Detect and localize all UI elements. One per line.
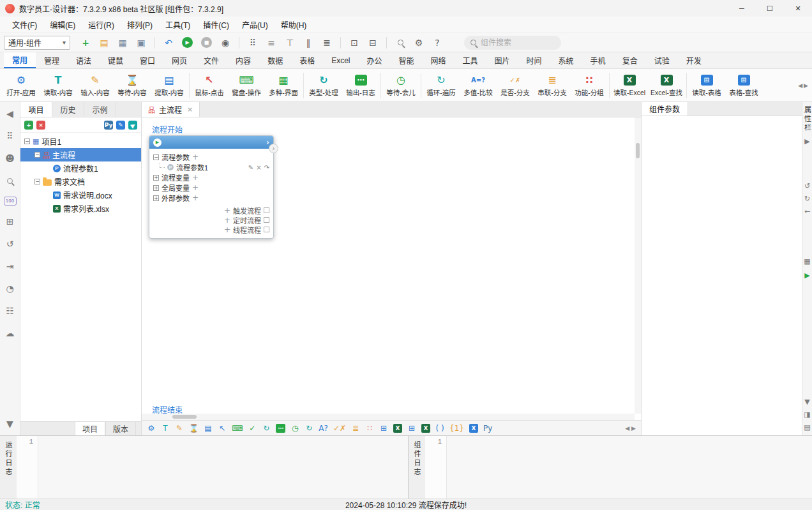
team-icon[interactable]: ☻ [4,152,17,165]
collapse-icon[interactable]: − [34,179,40,184]
ribbon-scroll-arrows[interactable]: ◀▶ [798,82,809,89]
help-button[interactable]: ? [429,35,446,50]
expand-icon[interactable]: + [153,185,159,191]
mini-excel[interactable]: X [469,424,478,433]
mini-wait-moment[interactable]: ◷ [290,423,299,434]
ribbon-tab-9[interactable]: 表格 [291,52,323,68]
more-down-icon[interactable]: ▼ [4,417,17,430]
ribbon-tab-15[interactable]: 图片 [486,52,518,68]
menu-item-4[interactable]: 工具(T) [160,17,196,32]
delete-node-button[interactable]: × [36,121,45,130]
undo-side-icon[interactable]: ↺ [803,181,812,190]
add-icon[interactable]: + [224,216,230,225]
menu-item-2[interactable]: 运行(R) [82,17,120,32]
mini-type-process[interactable]: ↻ [262,423,271,434]
ribbon-tab-6[interactable]: 文件 [195,52,227,68]
ribbon-item-mouse-click[interactable]: ↖鼠标-点击 [191,70,228,101]
project-tab-1[interactable]: 历史 [52,102,84,117]
sync-icon[interactable]: ↺ [4,237,17,250]
ribbon-item-function-group[interactable]: ∷功能-分组 [571,70,608,101]
quick-scroll-right-icon[interactable]: ▶ [631,425,636,431]
import-icon[interactable]: ⇥ [4,260,17,273]
mini-read-table[interactable]: ⊞ [407,423,416,434]
settings-button[interactable]: ⚙ [410,35,427,50]
ribbon-item-keyboard-action[interactable]: ⌨键盘-操作 [228,70,265,101]
ribbon-tab-0[interactable]: 常用 [4,52,36,68]
mini-check[interactable]: ✓ [248,423,257,434]
record-button[interactable]: ◉ [217,35,234,50]
collapse-left-panel-icon[interactable]: ◀ [4,107,17,120]
grid-view-button[interactable]: ⠿ [244,35,261,50]
collapse-icon[interactable]: − [153,154,159,160]
menu-item-6[interactable]: 产品(U) [236,17,274,32]
add-icon[interactable]: + [192,183,199,192]
ribbon-tab-7[interactable]: 内容 [227,52,259,68]
tab-main-flow[interactable]: 品 主流程 × [142,102,200,117]
ribbon-tab-19[interactable]: 复合 [614,52,646,68]
component-search[interactable] [464,36,561,50]
node-expand-icon[interactable]: › [269,144,278,153]
distribute-button[interactable]: ∥ [300,35,317,50]
ribbon-tab-1[interactable]: 管理 [36,52,68,68]
redo-icon[interactable]: ↷ [264,164,269,171]
link-checkbox[interactable] [264,207,269,213]
mini-wait-content[interactable]: ⌛ [189,423,199,434]
run-log-content[interactable] [38,436,408,499]
delete-icon[interactable]: × [256,164,261,171]
ribbon-tab-14[interactable]: 工具 [455,52,486,68]
list-icon[interactable]: ☷ [4,304,17,317]
tree-item-param[interactable]: P流程参数1 [20,161,141,175]
mini-parentheses[interactable]: ( ) [435,423,444,434]
horizontal-scroll-thumb[interactable] [172,415,197,419]
ribbon-tab-13[interactable]: 网络 [423,52,455,68]
collapse-icon[interactable]: − [34,152,40,158]
link-checkbox[interactable] [264,217,269,223]
calendar-side-icon[interactable]: ▦ [803,257,812,266]
ribbon-item-read-table[interactable]: ⊞读取-表格 [688,70,725,101]
mini-excel-find[interactable]: X [393,424,402,433]
publish-button[interactable]: ▶ [128,121,137,130]
link-checkbox[interactable] [264,227,269,232]
expand-right-panel-icon[interactable]: ▶ [803,137,812,146]
ribbon-item-output-log[interactable]: ⋯输出-日志 [342,70,379,101]
hundred-icon[interactable]: 100 [4,197,17,206]
mini-loop[interactable]: ↻ [304,423,313,434]
mini-table-find[interactable]: ⊞ [379,423,388,434]
align-bottom-button[interactable]: ≣ [319,35,335,50]
ribbon-item-if-branch[interactable]: ✓✗是否-分支 [497,70,534,101]
zoom-button[interactable] [392,35,409,50]
flow-start-node[interactable]: ▶ › › −流程参数+P流程参数1✎×↷+流程变量++全局变量++外部参数+ … [149,135,274,239]
save-all-button[interactable]: ▣ [133,35,149,50]
mini-serial-branch[interactable]: ≣ [351,423,360,434]
ribbon-tab-3[interactable]: 键鼠 [100,52,132,68]
mini-output-log[interactable]: ⋯ [276,424,285,433]
components-grid-icon[interactable]: ⠿ [4,130,17,142]
menu-item-5[interactable]: 插件(C) [197,17,235,32]
ribbon-scroll-left-icon[interactable]: ◀ [798,82,802,89]
menu-item-1[interactable]: 编辑(E) [44,17,81,32]
mini-python[interactable]: Py [483,423,492,434]
flow-link-row[interactable]: +线程流程 [153,225,269,234]
layout-import-icon[interactable]: ⊞ [4,215,17,228]
minimize-button[interactable]: ─ [728,0,756,17]
align-left-button[interactable]: ≡ [263,35,280,50]
flow-canvas[interactable]: 流程开始 ▶ › › −流程参数+P流程参数1✎×↷+流程变量++全局变量++外… [142,117,641,420]
ribbon-tab-8[interactable]: 数据 [259,52,291,68]
tree-item-excel[interactable]: X需求列表.xlsx [20,202,141,215]
flow-param-row[interactable]: P流程参数1✎×↷ [153,162,269,172]
ribbon-scroll-right-icon[interactable]: ▶ [804,82,808,89]
quick-toolbar-arrows[interactable]: ◀▶ [625,425,636,431]
expand-icon[interactable]: + [153,175,159,181]
add-node-button[interactable]: + [24,121,33,130]
add-icon[interactable]: + [192,173,199,182]
expand-icon[interactable]: + [153,195,159,201]
flow-link-row[interactable]: +定时流程 [153,215,269,225]
canvas-horizontal-scrollbar[interactable] [142,414,635,420]
quick-scroll-left-icon[interactable]: ◀ [625,425,629,431]
search-input[interactable] [481,38,551,47]
mini-open-app[interactable]: ⚙ [147,423,156,434]
ribbon-item-read-content[interactable]: T读取-内容 [40,70,77,101]
mini-branch[interactable]: ✓✗ [333,423,346,434]
mini-extract-content[interactable]: ▤ [204,423,213,434]
mini-keyboard-action[interactable]: ⌨ [232,423,243,434]
